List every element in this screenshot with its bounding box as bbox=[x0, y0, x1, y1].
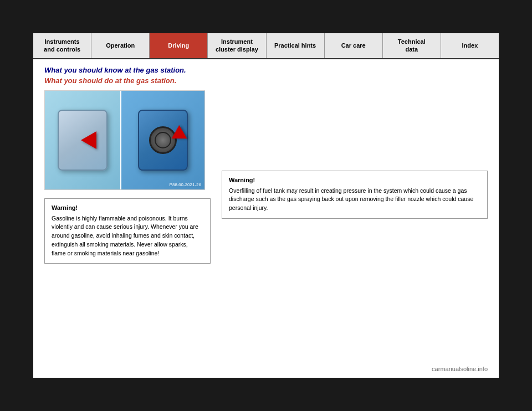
warning-1-title: Warning! bbox=[52, 204, 203, 211]
nav-item-instruments[interactable]: Instruments and controls bbox=[33, 33, 91, 58]
main-content: What you should know at the gas station.… bbox=[33, 59, 499, 271]
nav-item-practical-hints[interactable]: Practical hints bbox=[267, 33, 325, 58]
arrow-left-icon bbox=[81, 131, 96, 149]
image-right-panel bbox=[121, 91, 204, 189]
warning-2-text: Overfilling of fuel tank may result in c… bbox=[229, 187, 480, 213]
warning-box-2: Warning! Overfilling of fuel tank may re… bbox=[222, 171, 488, 219]
navigation-bar: Instruments and controls Operation Drivi… bbox=[33, 33, 499, 59]
nav-item-operation[interactable]: Operation bbox=[91, 33, 150, 58]
warning-box-1: Warning! Gasoline is highly flammable an… bbox=[44, 198, 211, 264]
fuel-door-image: P88.60-2021-26 bbox=[44, 90, 205, 190]
warning-2-title: Warning! bbox=[229, 177, 480, 183]
nav-item-technical-data[interactable]: Technical data bbox=[383, 33, 441, 58]
warning-1-text: Gasoline is highly flammable and poisono… bbox=[52, 214, 203, 258]
image-left-panel bbox=[45, 91, 121, 189]
fuel-door-open bbox=[138, 110, 188, 171]
right-column: Warning! Overfilling of fuel tank may re… bbox=[222, 90, 488, 264]
page-title: What you should know at the gas station. bbox=[44, 66, 488, 74]
left-column: P88.60-2021-26 Warning! Gasoline is high… bbox=[44, 90, 211, 264]
section-title: What you should do at the gas station. bbox=[44, 76, 488, 85]
nav-item-instrument-cluster[interactable]: Instrument cluster display bbox=[208, 33, 266, 58]
fuel-door-closed bbox=[58, 110, 108, 171]
content-row: P88.60-2021-26 Warning! Gasoline is high… bbox=[44, 90, 488, 264]
nav-item-car-care[interactable]: Car care bbox=[325, 33, 383, 58]
nav-item-index[interactable]: Index bbox=[441, 33, 499, 58]
watermark: carmanualsoline.info bbox=[432, 366, 488, 372]
nav-item-driving[interactable]: Driving bbox=[150, 33, 208, 58]
image-code: P88.60-2021-26 bbox=[170, 182, 201, 187]
